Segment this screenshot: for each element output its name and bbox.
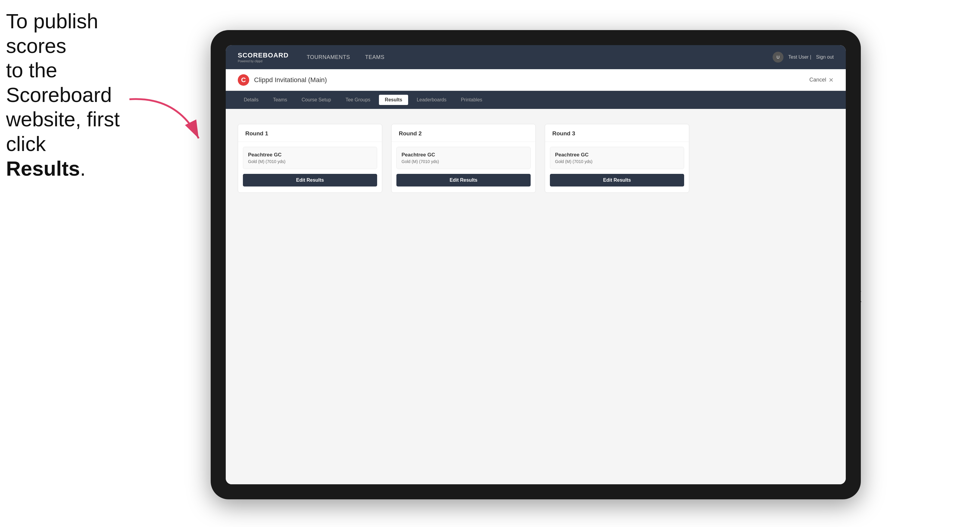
tournament-header: C Clippd Invitational (Main) Cancel ✕ bbox=[226, 69, 846, 91]
instruction-line3: website, first bbox=[6, 108, 120, 130]
tournament-title: Clippd Invitational (Main) bbox=[254, 76, 327, 84]
signout-link[interactable]: Sign out bbox=[816, 54, 834, 60]
cancel-button[interactable]: Cancel ✕ bbox=[809, 76, 834, 84]
instruction-line4-prefix: click bbox=[6, 132, 46, 155]
round-1-card: Round 1 Peachtree GC Gold (M) (7010 yds)… bbox=[238, 124, 382, 193]
edit-results-button-2[interactable]: Edit Results bbox=[396, 174, 531, 186]
round-1-course-details: Gold (M) (7010 yds) bbox=[248, 159, 372, 164]
round-2-card: Round 2 Peachtree GC Gold (M) (7010 yds)… bbox=[391, 124, 536, 193]
round-2-course-card: Peachtree GC Gold (M) (7010 yds) bbox=[396, 147, 531, 169]
tablet-screen: SCOREBOARD Powered by clippd TOURNAMENTS… bbox=[226, 45, 846, 484]
tab-results[interactable]: Results bbox=[379, 95, 409, 105]
tournament-title-area: C Clippd Invitational (Main) bbox=[238, 74, 327, 86]
tournament-icon: C bbox=[238, 74, 249, 86]
round-3-title: Round 3 bbox=[545, 124, 689, 142]
logo-sub: Powered by clippd bbox=[238, 60, 289, 63]
arrow-to-results bbox=[118, 93, 208, 148]
tab-teams[interactable]: Teams bbox=[267, 95, 293, 105]
nav-links: TOURNAMENTS TEAMS bbox=[307, 52, 773, 63]
instruction-line1: To publish scores bbox=[6, 10, 98, 57]
round-1-title: Round 1 bbox=[238, 124, 382, 142]
results-content: Round 1 Peachtree GC Gold (M) (7010 yds)… bbox=[226, 109, 846, 484]
top-navbar: SCOREBOARD Powered by clippd TOURNAMENTS… bbox=[226, 45, 846, 69]
tab-course-setup[interactable]: Course Setup bbox=[296, 95, 337, 105]
tab-details[interactable]: Details bbox=[238, 95, 264, 105]
nav-right: U Test User | Sign out bbox=[773, 52, 834, 63]
logo-area: SCOREBOARD Powered by clippd bbox=[238, 51, 289, 63]
tab-leaderboards[interactable]: Leaderboards bbox=[410, 95, 452, 105]
tab-tee-groups[interactable]: Tee Groups bbox=[339, 95, 377, 105]
instruction-line4-suffix: . bbox=[80, 157, 86, 180]
close-icon: ✕ bbox=[829, 76, 834, 84]
tab-bar: Details Teams Course Setup Tee Groups Re… bbox=[226, 91, 846, 109]
tablet-device: SCOREBOARD Powered by clippd TOURNAMENTS… bbox=[211, 30, 861, 499]
round-3-card: Round 3 Peachtree GC Gold (M) (7010 yds)… bbox=[545, 124, 689, 193]
tab-printables[interactable]: Printables bbox=[455, 95, 488, 105]
instruction-left: To publish scores to the Scoreboard webs… bbox=[6, 9, 120, 181]
logo-text: SCOREBOARD bbox=[238, 51, 289, 59]
edit-results-button-1[interactable]: Edit Results bbox=[243, 174, 377, 186]
edit-results-button-3[interactable]: Edit Results bbox=[550, 174, 684, 186]
round-2-title: Round 2 bbox=[391, 124, 535, 142]
nav-teams[interactable]: TEAMS bbox=[365, 52, 385, 63]
round-2-course-name: Peachtree GC bbox=[401, 152, 525, 158]
round-1-course-name: Peachtree GC bbox=[248, 152, 372, 158]
round-2-course-details: Gold (M) (7010 yds) bbox=[401, 159, 525, 164]
nav-tournaments[interactable]: TOURNAMENTS bbox=[307, 52, 350, 63]
user-avatar: U bbox=[773, 52, 783, 63]
round-3-course-name: Peachtree GC bbox=[555, 152, 679, 158]
rounds-grid: Round 1 Peachtree GC Gold (M) (7010 yds)… bbox=[238, 124, 834, 193]
round-3-course-details: Gold (M) (7010 yds) bbox=[555, 159, 679, 164]
user-text: Test User | bbox=[788, 54, 811, 60]
instruction-results-strong: Results bbox=[6, 157, 80, 180]
instruction-line2: to the Scoreboard bbox=[6, 59, 112, 106]
round-3-course-card: Peachtree GC Gold (M) (7010 yds) bbox=[550, 147, 684, 169]
cancel-label: Cancel bbox=[809, 77, 826, 83]
round-1-course-card: Peachtree GC Gold (M) (7010 yds) bbox=[243, 147, 377, 169]
